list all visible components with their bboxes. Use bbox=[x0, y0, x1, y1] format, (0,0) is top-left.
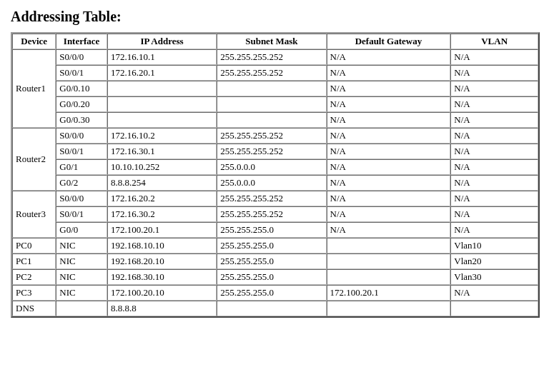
gateway-cell: N/A bbox=[327, 191, 451, 206]
ip-cell: 192.168.10.10 bbox=[107, 238, 217, 253]
table-row: PC3NIC172.100.20.10255.255.255.0172.100.… bbox=[12, 285, 538, 301]
ip-cell: 172.16.20.1 bbox=[107, 65, 217, 81]
mask-cell: 255.255.255.0 bbox=[217, 269, 326, 285]
addressing-table: Device Interface IP Address Subnet Mask … bbox=[11, 32, 540, 318]
mask-cell: 255.255.255.0 bbox=[217, 285, 326, 301]
vlan-cell: N/A bbox=[450, 49, 538, 65]
table-row: DNS8.8.8.8 bbox=[12, 301, 538, 316]
gateway-cell: N/A bbox=[327, 81, 451, 96]
mask-cell: 255.255.255.252 bbox=[217, 206, 326, 222]
interface-cell bbox=[56, 301, 107, 316]
mask-cell: 255.0.0.0 bbox=[217, 175, 326, 191]
ip-cell bbox=[107, 96, 217, 112]
vlan-cell: N/A bbox=[450, 144, 538, 159]
mask-cell: 255.0.0.0 bbox=[217, 159, 326, 175]
col-gw: Default Gateway bbox=[327, 34, 451, 49]
table-row: S0/0/1172.16.20.1255.255.255.252N/AN/A bbox=[12, 65, 538, 81]
table-row: G0/110.10.10.252255.0.0.0N/AN/A bbox=[12, 159, 538, 175]
interface-cell: NIC bbox=[56, 238, 107, 253]
device-cell: PC2 bbox=[12, 269, 56, 285]
device-cell: DNS bbox=[12, 301, 56, 316]
col-mask: Subnet Mask bbox=[217, 34, 326, 49]
col-ip: IP Address bbox=[107, 34, 217, 49]
interface-cell: S0/0/0 bbox=[56, 128, 107, 144]
vlan-cell: N/A bbox=[450, 159, 538, 175]
vlan-cell: N/A bbox=[450, 175, 538, 191]
mask-cell: 255.255.255.0 bbox=[217, 238, 326, 253]
ip-cell: 192.168.20.10 bbox=[107, 253, 217, 269]
vlan-cell: N/A bbox=[450, 285, 538, 301]
mask-cell bbox=[217, 96, 326, 112]
gateway-cell: N/A bbox=[327, 65, 451, 81]
mask-cell bbox=[217, 81, 326, 96]
mask-cell: 255.255.255.252 bbox=[217, 65, 326, 81]
ip-cell: 8.8.8.254 bbox=[107, 175, 217, 191]
interface-cell: G0/0.30 bbox=[56, 112, 107, 128]
interface-cell: G0/1 bbox=[56, 159, 107, 175]
mask-cell: 255.255.255.252 bbox=[217, 128, 326, 144]
table-row: G0/0.10N/AN/A bbox=[12, 81, 538, 96]
gateway-cell: N/A bbox=[327, 144, 451, 159]
interface-cell: NIC bbox=[56, 269, 107, 285]
ip-cell: 192.168.30.10 bbox=[107, 269, 217, 285]
gateway-cell: 172.100.20.1 bbox=[327, 285, 451, 301]
vlan-cell: N/A bbox=[450, 222, 538, 238]
device-cell: PC1 bbox=[12, 253, 56, 269]
vlan-cell bbox=[450, 301, 538, 316]
device-cell: PC3 bbox=[12, 285, 56, 301]
vlan-cell: N/A bbox=[450, 191, 538, 206]
gateway-cell: N/A bbox=[327, 128, 451, 144]
gateway-cell: N/A bbox=[327, 222, 451, 238]
mask-cell: 255.255.255.0 bbox=[217, 253, 326, 269]
vlan-cell: N/A bbox=[450, 65, 538, 81]
col-interface: Interface bbox=[56, 34, 107, 49]
mask-cell: 255.255.255.0 bbox=[217, 222, 326, 238]
gateway-cell: N/A bbox=[327, 112, 451, 128]
ip-cell: 8.8.8.8 bbox=[107, 301, 217, 316]
vlan-cell: N/A bbox=[450, 81, 538, 96]
vlan-cell: N/A bbox=[450, 206, 538, 222]
gateway-cell: N/A bbox=[327, 175, 451, 191]
page-title: Addressing Table: bbox=[11, 9, 548, 25]
table-row: G0/0.20N/AN/A bbox=[12, 96, 538, 112]
interface-cell: G0/0.20 bbox=[56, 96, 107, 112]
mask-cell bbox=[217, 301, 326, 316]
device-cell: Router1 bbox=[12, 49, 56, 128]
interface-cell: G0/0 bbox=[56, 222, 107, 238]
interface-cell: S0/0/1 bbox=[56, 144, 107, 159]
ip-cell: 172.100.20.1 bbox=[107, 222, 217, 238]
interface-cell: S0/0/0 bbox=[56, 191, 107, 206]
gateway-cell: N/A bbox=[327, 96, 451, 112]
gateway-cell bbox=[327, 269, 451, 285]
table-row: G0/0172.100.20.1255.255.255.0N/AN/A bbox=[12, 222, 538, 238]
vlan-cell: Vlan20 bbox=[450, 253, 538, 269]
interface-cell: G0/2 bbox=[56, 175, 107, 191]
table-row: PC1NIC192.168.20.10255.255.255.0Vlan20 bbox=[12, 253, 538, 269]
interface-cell: S0/0/1 bbox=[56, 206, 107, 222]
ip-cell: 172.16.30.2 bbox=[107, 206, 217, 222]
vlan-cell: N/A bbox=[450, 112, 538, 128]
interface-cell: NIC bbox=[56, 285, 107, 301]
table-row: S0/0/1172.16.30.1255.255.255.252N/AN/A bbox=[12, 144, 538, 159]
ip-cell bbox=[107, 112, 217, 128]
table-row: S0/0/1172.16.30.2255.255.255.252N/AN/A bbox=[12, 206, 538, 222]
ip-cell: 172.100.20.10 bbox=[107, 285, 217, 301]
table-row: PC0NIC192.168.10.10255.255.255.0Vlan10 bbox=[12, 238, 538, 253]
gateway-cell: N/A bbox=[327, 49, 451, 65]
ip-cell: 172.16.20.2 bbox=[107, 191, 217, 206]
gateway-cell bbox=[327, 238, 451, 253]
vlan-cell: N/A bbox=[450, 96, 538, 112]
gateway-cell: N/A bbox=[327, 159, 451, 175]
ip-cell bbox=[107, 81, 217, 96]
table-row: Router1S0/0/0172.16.10.1255.255.255.252N… bbox=[12, 49, 538, 65]
mask-cell bbox=[217, 112, 326, 128]
vlan-cell: N/A bbox=[450, 128, 538, 144]
table-body: Router1S0/0/0172.16.10.1255.255.255.252N… bbox=[12, 49, 538, 316]
mask-cell: 255.255.255.252 bbox=[217, 191, 326, 206]
device-cell: Router2 bbox=[12, 128, 56, 191]
gateway-cell bbox=[327, 301, 451, 316]
interface-cell: S0/0/0 bbox=[56, 49, 107, 65]
device-cell: Router3 bbox=[12, 191, 56, 238]
table-row: G0/28.8.8.254255.0.0.0N/AN/A bbox=[12, 175, 538, 191]
ip-cell: 10.10.10.252 bbox=[107, 159, 217, 175]
